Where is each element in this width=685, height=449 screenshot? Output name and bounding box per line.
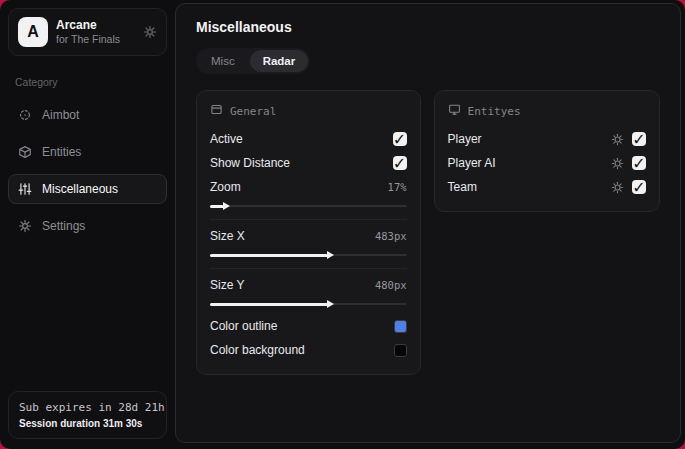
panels-row: General Active ✓ Show Distance ✓ Zoom 17… (196, 90, 660, 375)
subscription-info-card: Sub expires in 28d 21h Session duration … (8, 391, 167, 439)
entity-row-player: Player ✓ (448, 128, 646, 150)
brand-title: Arcane (56, 18, 135, 33)
entities-panel: Entityes Player (434, 90, 660, 212)
show-distance-checkbox[interactable]: ✓ (393, 156, 407, 170)
tab-misc[interactable]: Misc (198, 50, 248, 72)
main-panel: Miscellaneous Misc Radar General (175, 3, 681, 443)
player-ai-checkbox[interactable]: ✓ (632, 156, 646, 170)
active-checkbox[interactable]: ✓ (393, 132, 407, 146)
zoom-value: 17% (388, 181, 407, 193)
tab-radar[interactable]: Radar (250, 50, 309, 72)
player-ai-settings-gear-icon[interactable] (611, 157, 624, 170)
size-x-slider[interactable] (210, 249, 407, 262)
window-icon (210, 103, 223, 119)
color-outline-swatch[interactable] (394, 320, 407, 333)
color-background-swatch[interactable] (394, 344, 407, 357)
divider (210, 268, 407, 269)
page-title: Miscellaneous (196, 19, 660, 35)
entity-row-team: Team ✓ (448, 176, 646, 198)
tab-group: Misc Radar (196, 48, 310, 74)
box-icon (18, 145, 32, 159)
sub-expires-text: Sub expires in 28d 21h (19, 401, 156, 414)
brand-subtitle: for The Finals (56, 33, 135, 47)
entities-panel-title: Entityes (468, 105, 521, 118)
sidebar-item-miscellaneous[interactable]: Miscellaneous (8, 174, 167, 204)
slider-row-size-y: Size Y 480px (210, 274, 407, 296)
team-settings-gear-icon[interactable] (611, 181, 624, 194)
team-checkbox[interactable]: ✓ (632, 180, 646, 194)
sidebar-item-settings[interactable]: Settings (8, 211, 167, 241)
divider (210, 219, 407, 220)
entity-row-player-ai: Player AI ✓ (448, 152, 646, 174)
toggle-row-show-distance: Show Distance ✓ (210, 152, 407, 174)
category-label: Category (15, 76, 160, 88)
sidebar-item-label: Settings (42, 219, 85, 233)
sidebar-nav: Category Aimbot (0, 76, 175, 248)
slider-row-size-x: Size X 483px (210, 225, 407, 247)
general-panel: General Active ✓ Show Distance ✓ Zoom 17… (196, 90, 421, 375)
sidebar: A Arcane for The Finals Category (0, 0, 175, 449)
brand-gear-icon[interactable] (143, 25, 157, 39)
zoom-slider[interactable] (210, 200, 407, 213)
toggle-row-active: Active ✓ (210, 128, 407, 150)
session-duration-text: Session duration 31m 30s (19, 418, 156, 429)
brand-card: A Arcane for The Finals (8, 8, 167, 56)
brand-logo: A (18, 17, 48, 47)
player-settings-gear-icon[interactable] (611, 133, 624, 146)
color-row-background: Color background (210, 339, 407, 361)
sidebar-item-label: Miscellaneous (42, 182, 118, 196)
gear-icon (18, 219, 32, 233)
player-checkbox[interactable]: ✓ (632, 132, 646, 146)
crosshair-icon (18, 108, 32, 122)
size-y-value: 480px (375, 279, 407, 291)
sidebar-item-label: Aimbot (42, 108, 79, 122)
sliders-icon (18, 182, 32, 196)
general-panel-title: General (230, 105, 276, 118)
size-y-slider[interactable] (210, 298, 407, 311)
monitor-icon (448, 103, 461, 119)
slider-row-zoom: Zoom 17% (210, 176, 407, 198)
color-row-outline: Color outline (210, 315, 407, 337)
sidebar-item-aimbot[interactable]: Aimbot (8, 100, 167, 130)
size-x-value: 483px (375, 230, 407, 242)
app-window: A Arcane for The Finals Category (0, 0, 685, 449)
sidebar-item-label: Entities (42, 145, 81, 159)
sidebar-item-entities[interactable]: Entities (8, 137, 167, 167)
